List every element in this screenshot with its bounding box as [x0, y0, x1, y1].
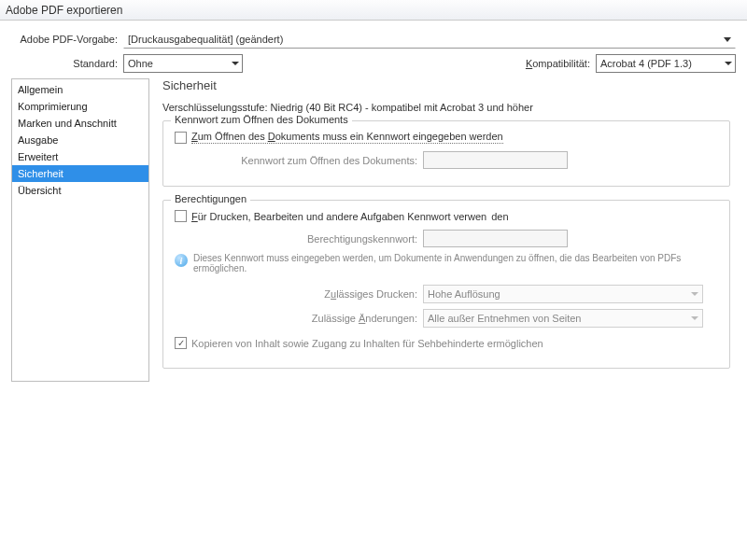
enable-copy-access-label: Kopieren von Inhalt sowie Zugang zu Inha…	[191, 338, 543, 349]
chevron-down-icon	[724, 37, 731, 42]
enable-copy-access-checkbox[interactable]	[175, 337, 187, 349]
permissions-legend: Berechtigungen	[171, 193, 250, 204]
open-password-input[interactable]	[423, 151, 568, 169]
open-password-group: Kennwort zum Öffnen des Dokuments Zum Öf…	[162, 120, 730, 187]
preset-label: Adobe PDF-Vorgabe:	[11, 34, 123, 45]
sidebar-item-komprimierung[interactable]: Komprimierung	[12, 98, 148, 115]
perm-info-text: Dieses Kennwort muss eingegeben werden, …	[193, 253, 718, 273]
sidebar-item-marken-und-anschnitt[interactable]: Marken und Anschnitt	[12, 115, 148, 132]
compat-label: KKompatibilität:ompatibilität:	[526, 58, 596, 69]
chevron-down-icon	[691, 316, 698, 320]
sidebar-item-allgemein[interactable]: Allgemein	[12, 81, 148, 98]
print-allowed-label: Zulässiges Drucken:	[175, 288, 417, 300]
perm-password-label: Berechtigungskennwort:	[175, 233, 417, 245]
category-sidebar: AllgemeinKomprimierungMarken und Anschni…	[11, 78, 149, 382]
print-allowed-value: Hohe Auflösung	[428, 288, 500, 300]
sidebar-item-erweitert[interactable]: Erweitert	[12, 148, 148, 165]
standard-label: Standard:	[11, 58, 123, 69]
encryption-level-text: Verschlüsselungsstufe: Niedrig (40 Bit R…	[162, 102, 730, 113]
chevron-down-icon	[232, 62, 239, 65]
changes-allowed-label: Zulässige Änderungen:	[175, 313, 417, 324]
require-open-password-checkbox[interactable]	[175, 132, 187, 144]
use-perm-password-label: Für Drucken, Bearbeiten und andere Aufga…	[191, 211, 486, 222]
sidebar-item-übersicht[interactable]: Übersicht	[12, 182, 148, 199]
sidebar-item-ausgabe[interactable]: Ausgabe	[12, 132, 148, 148]
require-open-password-label: Zum Öffnen des Dokuments muss ein Kennwo…	[191, 131, 503, 144]
changes-allowed-select[interactable]: Alle außer Entnehmen von Seiten	[423, 309, 703, 328]
chevron-down-icon	[725, 62, 732, 65]
standard-select[interactable]: Ohne	[123, 54, 243, 73]
compat-select[interactable]: Acrobat 4 (PDF 1.3)	[596, 54, 736, 73]
window-titlebar: Adobe PDF exportieren	[0, 0, 747, 21]
changes-allowed-value: Alle außer Entnehmen von Seiten	[428, 313, 582, 324]
permissions-group: Berechtigungen Für Drucken, Bearbeiten u…	[162, 200, 730, 369]
print-allowed-select[interactable]: Hohe Auflösung	[423, 285, 703, 303]
preset-value: [Druckausgabequalität] (geändert)	[128, 34, 283, 45]
section-title: Sicherheit	[162, 78, 730, 92]
preset-select[interactable]: [Druckausgabequalität] (geändert)	[123, 30, 736, 49]
compat-value: Acrobat 4 (PDF 1.3)	[600, 58, 692, 69]
use-perm-password-checkbox[interactable]	[175, 210, 187, 222]
info-icon: i	[175, 254, 188, 267]
perm-password-input[interactable]	[423, 230, 568, 247]
chevron-down-icon	[691, 292, 698, 296]
sidebar-item-sicherheit[interactable]: Sicherheit	[12, 165, 148, 182]
open-password-label: Kennwort zum Öffnen des Dokuments:	[175, 155, 417, 166]
standard-value: Ohne	[128, 58, 153, 69]
window-title: Adobe PDF exportieren	[6, 4, 122, 17]
open-password-legend: Kennwort zum Öffnen des Dokuments	[171, 114, 352, 125]
